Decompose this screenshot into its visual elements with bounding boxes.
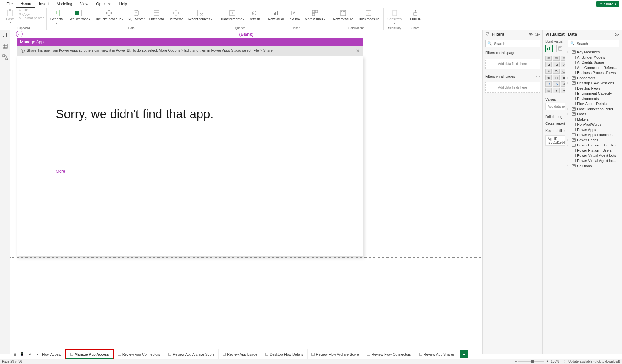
menu-insert[interactable]: Insert [35,0,53,7]
zoom-slider[interactable] [518,361,544,362]
build-visual-tab[interactable] [545,45,553,52]
page-tab[interactable]: Review Flow Archive Score [308,349,363,359]
publish-button[interactable]: Publish [409,8,422,22]
viz-python[interactable]: Py [553,81,560,87]
expand-icon: › [567,50,571,54]
menu-view[interactable]: View [76,0,92,7]
quick-measure-button[interactable]: Quick measure [356,8,381,22]
desktop-layout-icon[interactable]: 🖥 [10,352,18,356]
viz-r[interactable]: R [545,81,552,87]
filter-search[interactable]: 🔍 Search [485,40,540,47]
svg-text:A: A [293,11,295,15]
more-link[interactable]: More [56,169,65,174]
page-tab[interactable]: Review Flow Connectors [363,349,415,359]
more-visuals-button[interactable]: More visuals ▾ [304,8,326,22]
viz-paginated[interactable]: ▤ [545,88,552,93]
table-icon [572,71,576,74]
recent-sources-button[interactable]: Recent sources ▾ [187,8,214,22]
report-view-icon[interactable] [2,32,8,38]
excel-workbook-button[interactable]: Excel workbook [66,8,91,22]
table-item[interactable]: ›Power Virtual Agent bots [567,153,621,158]
table-item[interactable]: ›Environment Capacity [567,91,621,96]
sql-server-button[interactable]: SQL Server [126,8,146,22]
textbox-icon: A [290,9,298,17]
table-item[interactable]: ›Connectors [567,75,621,80]
viz-scatter[interactable]: ⠿ [545,69,552,74]
dataverse-button[interactable]: Dataverse [167,8,185,22]
new-visual-button[interactable]: New visual [267,8,285,22]
page-tab[interactable]: Review App Archive Score [164,349,219,359]
powerapps-visual[interactable]: Manage App i Share this app from Power A… [17,38,363,256]
viz-arcgis[interactable]: ◈ [553,88,560,93]
page-tab[interactable]: Manage App Access [65,349,114,359]
table-item[interactable]: ›Power Platform Users [567,148,621,153]
zoom-in-button[interactable]: + [546,360,548,363]
data-search[interactable]: 🔍 Search [568,40,619,47]
text-box-button[interactable]: AText box [287,8,301,22]
table-item[interactable]: ›App Connection Refere... [567,65,621,70]
page-tab[interactable]: Review App Shares [415,349,459,359]
add-page-button[interactable]: + [460,350,468,358]
enter-data-button[interactable]: Enter data [148,8,165,22]
zoom-out-button[interactable]: − [515,360,517,363]
filters-on-page-dropzone[interactable]: Add data fields here [485,59,540,69]
viz-stacked-area[interactable]: ◢ [553,62,560,67]
table-item[interactable]: ›Power Pages [567,137,621,143]
close-icon[interactable]: ✕ [356,48,360,55]
visual-info-banner: i Share this app from Power Apps so othe… [17,46,363,56]
menu-optimize[interactable]: Optimize [92,0,115,7]
onelake-button[interactable]: OneLake data hub ▾ [93,8,125,22]
table-item[interactable]: ›Desktop Flow Sessions [567,80,621,86]
page-tab[interactable]: Review App Connectors [114,349,164,359]
model-view-icon[interactable] [2,54,8,60]
table-item[interactable]: ›Power Platform User Ro... [567,143,621,148]
table-item[interactable]: ›Key Measures [567,49,621,55]
table-item[interactable]: ›Flow Connection Refer... [567,106,621,112]
table-item[interactable]: ›AI Credits Usage [567,60,621,65]
table-view-icon[interactable] [2,43,8,49]
more-icon[interactable]: ⋯ [536,51,540,55]
viz-gauge[interactable]: ◐ [545,75,552,80]
menu-file[interactable]: File [3,0,16,7]
table-item[interactable]: ›AI Builder Models [567,55,621,60]
copy-button: ⧉Copy [19,12,44,16]
page-tab[interactable]: Review App Usage [219,349,261,359]
menu-modeling[interactable]: Modeling [53,0,76,7]
viz-stacked-bar[interactable]: ▥ [545,56,552,61]
fit-page-icon[interactable]: ⛶ [562,360,565,363]
collapse-icon[interactable]: ≫ [535,32,540,37]
table-item[interactable]: ›Environments [567,96,621,101]
table-item[interactable]: ›NonProdWords [567,122,621,127]
viz-stacked-column[interactable]: ▥ [553,56,560,61]
filters-all-pages-dropzone[interactable]: Add data fields here [485,82,540,93]
refresh-button[interactable]: Refresh [247,8,261,22]
update-notice[interactable]: Update available (click to download) [568,360,620,363]
format-visual-tab[interactable] [556,45,564,52]
menu-home[interactable]: Home [16,0,35,8]
mobile-layout-icon[interactable]: 📱 [18,352,26,356]
get-data-button[interactable]: Get data▾ [49,8,64,26]
table-item[interactable]: ›Makers [567,117,621,122]
table-item[interactable]: ›Desktop Flows [567,86,621,91]
table-item[interactable]: ›Solutions [567,163,621,168]
new-measure-button[interactable]: New measure [332,8,355,22]
table-item[interactable]: ›Flows [567,112,621,117]
table-item[interactable]: ›Power Apps Launches [567,132,621,137]
page-tab[interactable]: Desktop Flow Details [261,349,307,359]
more-icon[interactable]: ⋯ [536,74,540,79]
prev-page-button[interactable]: ◂ [26,352,34,356]
viz-area[interactable]: ◢ [545,62,552,67]
table-item[interactable]: ›Power Virtual Agent bo... [567,158,621,163]
menu-help[interactable]: Help [115,0,131,7]
table-item[interactable]: ›Business Process Flows [567,70,621,75]
next-page-button[interactable]: ▸ [34,352,41,356]
collapse-icon[interactable]: ≫ [615,32,619,37]
table-item[interactable]: ›Power Apps [567,127,621,132]
transform-data-button[interactable]: Transform data ▾ [219,8,246,22]
viz-card[interactable]: ▢ [553,75,560,80]
page-tab-partial[interactable]: Flow Acces: [41,350,65,358]
eye-icon[interactable]: 👁 [529,32,533,37]
table-item[interactable]: ›Flow Action Details [567,101,621,106]
viz-pie[interactable]: ◔ [553,69,560,74]
share-button[interactable]: ⇪ Share ▾ [596,1,619,7]
